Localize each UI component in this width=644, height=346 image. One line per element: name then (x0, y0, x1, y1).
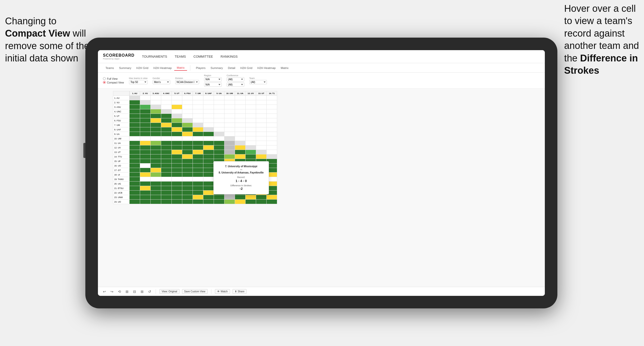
sub-tab-matrix1[interactable]: Matrix (174, 65, 187, 71)
matrix-cell[interactable] (246, 132, 256, 136)
matrix-cell[interactable] (224, 141, 235, 145)
matrix-cell[interactable] (267, 114, 277, 118)
matrix-cell[interactable] (203, 123, 214, 127)
matrix-cell[interactable] (214, 195, 224, 200)
matrix-cell[interactable] (214, 123, 224, 127)
matrix-cell[interactable] (151, 195, 161, 200)
matrix-cell[interactable] (151, 136, 161, 141)
matrix-cell[interactable] (151, 132, 161, 136)
matrix-cell[interactable] (172, 132, 182, 136)
matrix-cell[interactable] (182, 132, 193, 136)
matrix-cell[interactable] (172, 141, 182, 145)
matrix-cell[interactable] (267, 123, 277, 127)
matrix-cell[interactable] (151, 127, 161, 132)
matrix-cell[interactable] (224, 154, 235, 159)
matrix-cell[interactable] (182, 118, 193, 123)
matrix-cell[interactable] (267, 154, 277, 159)
matrix-cell[interactable] (151, 141, 161, 145)
matrix-cell[interactable] (203, 114, 214, 118)
matrix-cell[interactable] (224, 109, 235, 114)
matrix-cell[interactable] (151, 168, 161, 172)
sub-tab-matrix2[interactable]: Matrix (278, 65, 291, 70)
matrix-cell[interactable] (182, 136, 193, 141)
matrix-cell[interactable] (203, 154, 214, 159)
matrix-cell[interactable] (235, 118, 246, 123)
matrix-cell[interactable] (203, 100, 214, 105)
matrix-cell[interactable] (140, 105, 151, 109)
matrix-cell[interactable] (130, 100, 140, 105)
matrix-cell[interactable] (246, 154, 256, 159)
matrix-cell[interactable] (140, 123, 151, 127)
matrix-cell[interactable] (172, 200, 182, 204)
matrix-cell[interactable] (161, 177, 172, 182)
matrix-cell[interactable] (256, 141, 267, 145)
matrix-cell[interactable] (161, 136, 172, 141)
matrix-cell[interactable] (140, 177, 151, 182)
matrix-cell[interactable] (182, 150, 193, 154)
matrix-cell[interactable] (193, 127, 203, 132)
matrix-cell[interactable] (130, 118, 140, 123)
matrix-cell[interactable] (172, 172, 182, 177)
matrix-cell[interactable] (224, 195, 235, 200)
watch-btn[interactable]: 👁 Watch (215, 289, 230, 294)
matrix-cell[interactable] (193, 154, 203, 159)
matrix-cell[interactable] (235, 200, 246, 204)
matrix-cell[interactable] (182, 172, 193, 177)
matrix-cell[interactable] (246, 109, 256, 114)
matrix-cell[interactable] (235, 141, 246, 145)
matrix-cell[interactable] (130, 191, 140, 195)
matrix-cell[interactable] (224, 200, 235, 204)
matrix-cell[interactable] (172, 154, 182, 159)
matrix-cell[interactable] (182, 195, 193, 200)
matrix-cell[interactable] (140, 195, 151, 200)
matrix-cell[interactable] (161, 182, 172, 186)
matrix-cell[interactable] (203, 118, 214, 123)
matrix-cell[interactable] (267, 141, 277, 145)
sub-tab-teams[interactable]: Teams (103, 65, 116, 70)
matrix-cell[interactable] (235, 150, 246, 154)
matrix-cell[interactable] (151, 96, 161, 100)
matrix-cell[interactable] (214, 132, 224, 136)
matrix-cell[interactable] (203, 136, 214, 141)
matrix-cell[interactable] (130, 136, 140, 141)
matrix-cell[interactable] (214, 141, 224, 145)
matrix-cell[interactable] (267, 150, 277, 154)
matrix-cell[interactable] (182, 200, 193, 204)
matrix-cell[interactable] (130, 186, 140, 191)
sub-tab-summary2[interactable]: Summary (208, 65, 225, 70)
sub-tab-h2h-heatmap1[interactable]: H2H Heatmap (151, 65, 174, 70)
matrix-cell[interactable] (172, 109, 182, 114)
matrix-cell[interactable] (203, 132, 214, 136)
matrix-cell[interactable] (172, 168, 182, 172)
matrix-cell[interactable] (172, 191, 182, 195)
view-original-btn[interactable]: View: Original (159, 289, 180, 294)
matrix-cell[interactable] (214, 145, 224, 150)
matrix-cell[interactable] (256, 145, 267, 150)
matrix-cell[interactable] (193, 186, 203, 191)
matrix-cell[interactable] (182, 177, 193, 182)
matrix-cell[interactable] (203, 105, 214, 109)
matrix-cell[interactable] (151, 114, 161, 118)
matrix-cell[interactable] (130, 150, 140, 154)
matrix-cell[interactable] (214, 114, 224, 118)
matrix-cell[interactable] (151, 109, 161, 114)
matrix-cell[interactable] (214, 96, 224, 100)
team-select[interactable]: (All) (249, 80, 267, 84)
matrix-cell[interactable] (256, 96, 267, 100)
matrix-cell[interactable] (151, 177, 161, 182)
nav-rankings[interactable]: RANKINGS (221, 54, 238, 59)
matrix-cell[interactable] (235, 123, 246, 127)
matrix-cell[interactable] (172, 186, 182, 191)
matrix-cell[interactable] (246, 195, 256, 200)
matrix-cell[interactable] (256, 105, 267, 109)
matrix-cell[interactable] (267, 132, 277, 136)
matrix-cell[interactable] (193, 109, 203, 114)
matrix-cell[interactable] (256, 200, 267, 204)
matrix-cell[interactable] (256, 132, 267, 136)
matrix-cell[interactable] (256, 100, 267, 105)
matrix-cell[interactable] (172, 177, 182, 182)
matrix-cell[interactable] (140, 186, 151, 191)
matrix-cell[interactable] (267, 109, 277, 114)
matrix-cell[interactable] (193, 132, 203, 136)
matrix-cell[interactable] (246, 200, 256, 204)
